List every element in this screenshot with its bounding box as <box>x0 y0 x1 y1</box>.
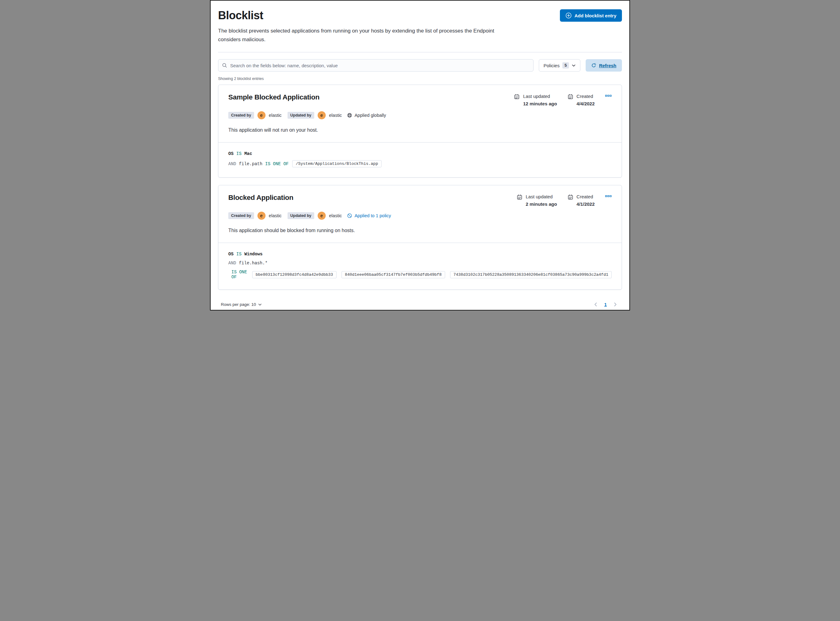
last-updated-value: 2 minutes ago <box>526 201 557 207</box>
entry-card-main: Blocked Application Last updated 2 minut… <box>219 185 621 242</box>
created-meta: Created 4/1/2022 <box>568 194 595 207</box>
globe-icon <box>347 113 352 118</box>
created-by-badge: Created by <box>228 212 254 219</box>
created-by-user: elastic <box>269 113 282 118</box>
entry-actions-menu-button[interactable] <box>605 94 612 97</box>
policies-filter-label: Policies <box>544 63 560 68</box>
created-value: 4/4/2022 <box>577 101 595 106</box>
avatar: e <box>257 111 266 119</box>
created-by-user: elastic <box>269 213 282 218</box>
applied-policies-link[interactable]: Applied to 1 policy <box>347 213 391 218</box>
entry-card-main: Sample Blocked Application Last updated … <box>219 85 621 142</box>
created-by-badge: Created by <box>228 112 254 119</box>
entry-attribution-row: Created by e elastic Updated by e elasti… <box>228 212 612 220</box>
updated-by-user: elastic <box>329 113 342 118</box>
search-box[interactable] <box>218 59 533 71</box>
results-summary: Showing 2 blocklist entries <box>218 77 622 81</box>
criteria-value: Windows <box>245 251 263 257</box>
last-updated-value: 12 minutes ago <box>523 101 557 106</box>
entry-description: This application will not run on your ho… <box>228 127 612 133</box>
rows-per-page-label: Rows per page: 10 <box>221 302 256 307</box>
scope-label: Applied globally <box>355 113 386 118</box>
rows-per-page-button[interactable]: Rows per page: 10 <box>221 302 262 307</box>
avatar: e <box>317 111 326 119</box>
blocklist-entry-card-2: Blocked Application Last updated 2 minut… <box>218 185 622 290</box>
criteria-value-pill: bbe80313cf12098d3fc4d8a42e9dbb33 <box>252 271 337 278</box>
last-updated-label: Last updated <box>526 194 557 199</box>
criteria-os-line: OS IS Mac <box>228 151 612 156</box>
updated-by-badge: Updated by <box>287 212 314 219</box>
page-description: The blocklist prevents selected applicat… <box>218 27 517 44</box>
blocklist-screen: Blocklist Add blocklist entry The blockl… <box>210 0 630 310</box>
toolbar: Policies 5 Refresh <box>218 59 622 71</box>
last-updated-meta: Last updated 12 minutes ago <box>514 94 557 106</box>
pagination: 1 <box>592 301 619 308</box>
policies-count-badge: 5 <box>562 62 569 68</box>
criteria-operator: IS <box>236 251 242 257</box>
created-value: 4/1/2022 <box>577 201 595 207</box>
search-input[interactable] <box>230 63 530 68</box>
avatar: e <box>317 212 326 220</box>
updated-by-badge: Updated by <box>287 112 314 119</box>
refresh-label: Refresh <box>599 63 616 68</box>
page-title: Blocklist <box>218 9 263 22</box>
criteria-value-pill: 840d1eee06baa05cf3147fb7ef003b5dfdb49bf8 <box>342 271 445 278</box>
policies-filter-button[interactable]: Policies 5 <box>539 59 580 71</box>
entry-meta: Last updated 2 minutes ago Created 4/1/2… <box>517 193 612 207</box>
criteria-field: file.path <box>239 161 263 167</box>
page-number-1[interactable]: 1 <box>604 302 608 307</box>
blocklist-entry-card-1: Sample Blocked Application Last updated … <box>218 85 622 177</box>
criteria-field: file.hash.* <box>239 261 267 265</box>
criteria-value: Mac <box>245 151 252 156</box>
plus-circle-icon <box>565 12 572 18</box>
scope-indicator: Applied globally <box>347 113 386 118</box>
criteria-field: OS <box>228 151 234 156</box>
next-page-button[interactable] <box>612 301 619 308</box>
search-icon <box>222 63 227 68</box>
criteria-field: OS <box>228 251 234 257</box>
created-label: Created <box>577 94 595 99</box>
header-divider <box>218 52 622 52</box>
chevron-left-icon <box>593 302 598 307</box>
entry-meta: Last updated 12 minutes ago Created 4/4/… <box>514 93 612 106</box>
criteria-condition-line: AND file.path IS ONE OF /System/Applicat… <box>228 160 612 167</box>
last-updated-meta: Last updated 2 minutes ago <box>517 194 557 207</box>
criteria-value-pill: 7438d3102c317b05228a350891363340206e81cf… <box>450 271 612 278</box>
criteria-conjunction: AND <box>228 161 236 167</box>
page-header: Blocklist Add blocklist entry <box>218 9 622 22</box>
entry-title: Blocked Application <box>228 193 293 202</box>
criteria-value-pill: /System/Applications/BlockThis.app <box>292 160 381 167</box>
add-blocklist-entry-button[interactable]: Add blocklist entry <box>560 9 622 22</box>
criteria-conjunction: AND <box>228 261 236 265</box>
entry-attribution-row: Created by e elastic Updated by e elasti… <box>228 111 612 119</box>
chevron-down-icon <box>572 64 576 68</box>
blocklist-page: Blocklist Add blocklist entry The blockl… <box>211 1 629 310</box>
refresh-icon <box>591 63 596 68</box>
criteria-operator: IS ONE OF <box>265 161 289 167</box>
list-footer: Rows per page: 10 1 <box>218 301 622 308</box>
policy-partial-icon <box>347 213 352 218</box>
add-blocklist-entry-label: Add blocklist entry <box>574 13 616 18</box>
criteria-os-line: OS IS Windows <box>228 251 612 257</box>
boxes-horizontal-icon <box>605 195 612 197</box>
criteria-operator: IS ONE OF <box>231 270 248 280</box>
entry-title: Sample Blocked Application <box>228 93 319 101</box>
calendar-icon <box>514 94 519 106</box>
chevron-right-icon <box>613 302 618 307</box>
boxes-horizontal-icon <box>605 95 612 97</box>
avatar: e <box>257 212 266 220</box>
criteria-condition-line: AND file.hash.* <box>228 261 612 265</box>
scope-label: Applied to 1 policy <box>355 213 391 218</box>
entry-description: This application should be blocked from … <box>228 228 612 233</box>
entry-actions-menu-button[interactable] <box>605 194 612 197</box>
previous-page-button[interactable] <box>592 301 599 308</box>
refresh-button[interactable]: Refresh <box>586 59 622 71</box>
created-label: Created <box>577 194 595 199</box>
chevron-down-icon <box>258 303 262 306</box>
calendar-icon <box>568 94 573 106</box>
entry-criteria: OS IS Mac AND file.path IS ONE OF /Syste… <box>219 142 621 177</box>
criteria-values-line: IS ONE OF bbe80313cf12098d3fc4d8a42e9dbb… <box>231 270 612 280</box>
last-updated-label: Last updated <box>523 94 557 99</box>
calendar-icon <box>568 194 573 207</box>
criteria-operator: IS <box>236 151 242 156</box>
